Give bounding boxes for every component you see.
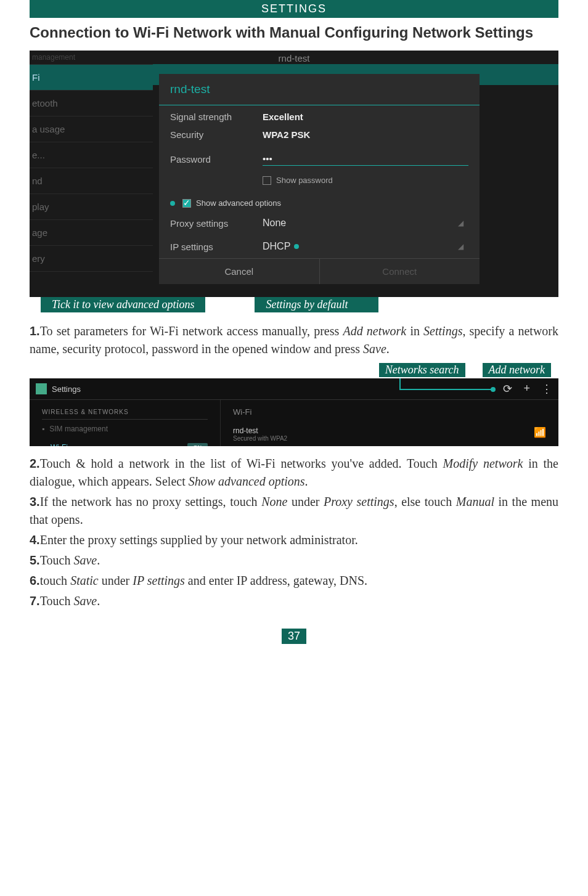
ip-dropdown[interactable]: DHCP ◢ [263,241,468,252]
overflow-menu-icon[interactable]: ⋮ [541,382,552,396]
annotation-line [399,389,492,390]
network-item[interactable]: 📶 rnd-test Secured with WPA2 [233,423,546,446]
step-text-italic: Add network [343,324,406,338]
page-title: Connection to Wi-Fi Network with Manual … [0,18,588,44]
security-value: WPA2 PSK [263,129,310,140]
bg-menu-item: nd [30,168,153,194]
proxy-label: Proxy settings [170,218,263,229]
mid-label-row: Networks search Add network [37,363,551,377]
password-label: Password [170,154,263,165]
wifi-dialog-screenshot: rnd-test management Fi etooth a usage e.… [30,51,558,297]
show-advanced-checkbox[interactable] [182,199,191,208]
dropdown-arrow-icon: ◢ [458,242,463,251]
step-text: . [305,474,308,488]
sidebar-item-sim[interactable]: ▪ SIM management [42,420,208,438]
ip-settings-row[interactable]: IP settings DHCP ◢ [159,235,480,258]
password-row: Password [159,146,480,172]
step-text-italic: Static [70,574,99,587]
network-name: rnd-test [233,426,546,435]
right-title: Wi-Fi [233,405,546,423]
step-number: 1. [30,324,40,338]
step-number: 7. [30,594,40,608]
annotation-dot-icon [294,244,299,249]
network-security: Secured with WPA2 [233,435,546,442]
label-networks-search: Networks search [379,363,465,377]
dialog-title: rnd-test [159,74,480,105]
instruction-text: 1.To set parameters for Wi-Fi network ac… [0,312,588,358]
bg-menu-item: Fi [30,65,153,91]
step-text: and enter IP address, gateway, DNS. [185,574,367,587]
page-number: 37 [282,629,306,644]
bg-menu-item: age [30,220,153,246]
step-text: . [386,342,390,356]
wifi-icon: ▾ [42,443,46,446]
annotation-dot-icon [170,201,175,206]
show-password-row[interactable]: Show password [159,172,480,189]
step-text: . [97,553,100,567]
proxy-dropdown[interactable]: None ◢ [263,218,468,229]
sim-icon: ▪ [42,425,44,433]
bg-menu-item: e... [30,142,153,168]
step-text: , else touch [394,495,456,508]
wifi-toggle[interactable]: ON [187,443,208,446]
step-text: Touch [40,594,74,608]
step-text-italic: Save [73,553,97,567]
settings-app-icon [36,383,47,394]
step-text-italic: Proxy settings [324,495,394,508]
proxy-value: None [263,218,286,229]
add-icon[interactable]: + [523,382,530,396]
bg-menu-item: play [30,194,153,220]
settings-screenshot: Settings ⟳ + ⋮ WIRELESS & NETWORKS ▪ SIM… [30,378,558,446]
step-text: under [287,495,324,508]
show-advanced-row[interactable]: Show advanced options [159,189,480,211]
step-number: 4. [30,533,40,547]
step-text: touch [40,574,70,587]
cancel-button[interactable]: Cancel [159,259,320,284]
dialog-buttons: Cancel Connect [159,258,480,284]
step-number: 3. [30,495,40,508]
step-text: under [99,574,133,587]
ip-label: IP settings [170,242,263,252]
refresh-icon[interactable]: ⟳ [503,382,512,396]
bg-menu: management Fi etooth a usage e... nd pla… [30,51,153,272]
settings-sidebar: WIRELESS & NETWORKS ▪ SIM management ▾ W… [30,400,221,446]
signal-strength-label: Signal strength [170,112,263,122]
instruction-text: 2.Touch & hold a network in the list of … [0,451,588,610]
show-password-checkbox[interactable] [263,176,271,185]
step-text: Touch [40,553,74,567]
step-text: Enter the proxy settings supplied by you… [40,533,358,547]
bg-menu-item: ery [30,246,153,272]
step-text-italic: IP settings [133,574,185,587]
signal-strength-row: Signal strength Excellent [159,105,480,128]
security-row: Security WPA2 PSK [159,128,480,146]
password-input[interactable] [263,152,468,166]
step-text: in [406,324,423,338]
bg-menu-item: management [30,51,153,65]
caption-default: Settings by default [255,297,378,312]
caption-row: Tick it to view advanced options Setting… [30,297,558,312]
section-header: WIRELESS & NETWORKS [42,405,208,420]
wifi-dialog: rnd-test Signal strength Excellent Secur… [159,74,480,284]
dropdown-arrow-icon: ◢ [458,219,463,227]
security-label: Security [170,129,263,140]
show-password-label: Show password [276,176,333,185]
step-text-italic: Manual [456,495,494,508]
sim-label: SIM management [49,425,108,433]
connect-button[interactable]: Connect [320,259,480,284]
sidebar-item-wifi[interactable]: ▾ Wi-Fi ON [42,438,208,446]
caption-advanced: Tick it to view advanced options [41,297,205,312]
bg-menu-item: a usage [30,116,153,142]
proxy-settings-row[interactable]: Proxy settings None ◢ [159,211,480,235]
signal-strength-value: Excellent [263,112,303,122]
step-text: To set parameters for Wi-Fi network acce… [40,324,343,338]
step-text: If the network has no proxy settings, to… [40,495,261,508]
step-number: 2. [30,457,40,470]
step-text-italic: Show advanced options [189,474,305,488]
wifi-signal-icon: 📶 [534,426,546,438]
bg-menu-item: etooth [30,91,153,116]
step-text-italic: Settings [423,324,462,338]
settings-title: Settings [52,385,81,394]
ip-value: DHCP [263,241,290,252]
show-advanced-label: Show advanced options [196,198,281,208]
step-number: 6. [30,574,40,587]
